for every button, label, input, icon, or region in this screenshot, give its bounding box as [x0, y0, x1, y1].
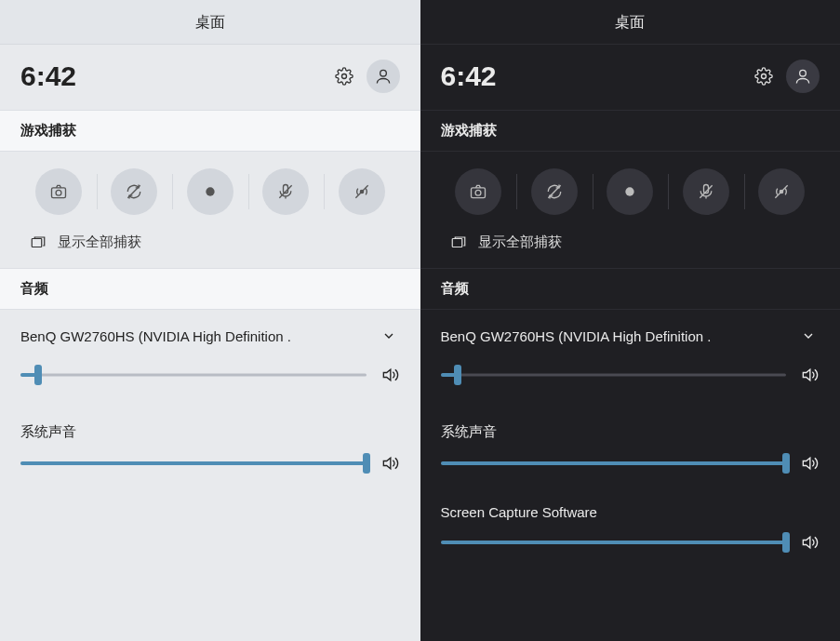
app-sound-label: Screen Capture Software: [441, 480, 820, 520]
record-icon: [204, 185, 217, 198]
gamebar-panel-dark: 桌面 6:42 游戏捕获 显示: [420, 0, 841, 641]
audio-device-dropdown[interactable]: [797, 325, 820, 347]
svg-point-3: [56, 190, 61, 195]
app-volume-slider[interactable]: [441, 533, 787, 552]
user-icon: [793, 67, 812, 86]
refresh-off-icon: [125, 182, 143, 201]
system-mute-toggle[interactable]: [799, 454, 820, 473]
svg-rect-10: [32, 238, 42, 247]
audio-device-name: BenQ GW2760HS (NVIDIA High Definition .: [20, 328, 378, 344]
gear-icon: [335, 67, 353, 86]
system-volume-row: [20, 441, 400, 480]
audio-section: BenQ GW2760HS (NVIDIA High Definition . …: [420, 310, 841, 559]
system-volume-row: [441, 441, 820, 480]
system-mute-toggle[interactable]: [380, 454, 400, 473]
audio-device-name: BenQ GW2760HS (NVIDIA High Definition .: [441, 328, 798, 344]
record-last-button[interactable]: [111, 168, 157, 215]
show-all-captures[interactable]: 显示全部捕获: [420, 224, 841, 268]
refresh-off-icon: [545, 182, 564, 201]
system-volume-slider[interactable]: [441, 454, 787, 473]
settings-button[interactable]: [327, 60, 361, 93]
audio-section: BenQ GW2760HS (NVIDIA High Definition . …: [0, 310, 420, 480]
svg-point-18: [626, 187, 634, 195]
broadcast-button[interactable]: [339, 168, 385, 215]
panel-title: 桌面: [0, 0, 420, 45]
device-mute-toggle[interactable]: [799, 366, 820, 384]
volume-icon: [380, 366, 399, 384]
capture-section-header: 游戏捕获: [0, 110, 420, 152]
gallery-icon: [30, 234, 47, 251]
system-volume-slider[interactable]: [20, 454, 367, 473]
record-icon: [623, 185, 636, 198]
volume-icon: [800, 366, 819, 384]
broadcast-icon: [772, 182, 791, 201]
svg-point-16: [475, 190, 481, 195]
capture-buttons-row: [420, 152, 841, 224]
header: 6:42: [420, 45, 841, 110]
svg-point-13: [762, 74, 767, 79]
system-sound-label: 系统声音: [20, 392, 400, 441]
panel-title: 桌面: [420, 0, 841, 45]
svg-point-5: [206, 187, 214, 195]
audio-section-header: 音频: [0, 268, 420, 310]
record-last-button[interactable]: [531, 168, 578, 215]
volume-icon: [800, 454, 819, 473]
system-sound-label: 系统声音: [441, 392, 820, 441]
svg-marker-24: [803, 369, 810, 381]
clock-time: 6:42: [441, 60, 742, 92]
device-mute-toggle[interactable]: [380, 366, 400, 384]
account-button[interactable]: [786, 60, 820, 93]
show-all-label: 显示全部捕获: [478, 234, 562, 251]
svg-point-0: [341, 74, 346, 79]
gallery-icon: [450, 234, 467, 251]
capture-section-header: 游戏捕获: [420, 110, 841, 152]
record-button[interactable]: [187, 168, 233, 215]
app-volume-row: [441, 520, 820, 559]
mic-off-icon: [276, 182, 295, 201]
show-all-captures[interactable]: 显示全部捕获: [0, 224, 420, 268]
svg-marker-25: [803, 458, 810, 469]
svg-rect-2: [51, 188, 65, 198]
mic-toggle-button[interactable]: [683, 168, 729, 215]
svg-point-14: [800, 70, 807, 76]
app-mute-toggle[interactable]: [799, 533, 820, 552]
mic-off-icon: [697, 182, 715, 201]
camera-icon: [49, 182, 68, 201]
screenshot-button[interactable]: [35, 168, 82, 215]
volume-icon: [800, 533, 819, 552]
header: 6:42: [0, 45, 420, 110]
svg-marker-12: [383, 458, 391, 469]
audio-section-header: 音频: [420, 268, 841, 310]
svg-marker-11: [383, 369, 391, 381]
settings-button[interactable]: [747, 60, 780, 93]
camera-icon: [469, 182, 487, 201]
broadcast-icon: [353, 182, 371, 201]
svg-rect-23: [452, 238, 462, 247]
show-all-label: 显示全部捕获: [58, 234, 141, 251]
broadcast-button[interactable]: [758, 168, 805, 215]
audio-device-row: BenQ GW2760HS (NVIDIA High Definition .: [20, 310, 400, 353]
audio-device-dropdown[interactable]: [378, 325, 400, 347]
device-volume-slider[interactable]: [20, 366, 367, 384]
audio-device-row: BenQ GW2760HS (NVIDIA High Definition .: [441, 310, 820, 353]
volume-icon: [380, 454, 399, 473]
device-volume-row: [441, 353, 820, 392]
user-icon: [374, 67, 393, 86]
screenshot-button[interactable]: [455, 168, 501, 215]
svg-rect-15: [472, 188, 486, 198]
clock-time: 6:42: [20, 60, 322, 92]
chevron-down-icon: [801, 328, 816, 343]
account-button[interactable]: [367, 60, 400, 93]
chevron-down-icon: [381, 328, 396, 343]
record-button[interactable]: [607, 168, 653, 215]
svg-point-1: [380, 70, 386, 76]
device-volume-row: [20, 353, 400, 392]
capture-buttons-row: [0, 152, 420, 224]
gamebar-panel-light: 桌面 6:42 游戏捕获 显示: [0, 0, 420, 641]
device-volume-slider[interactable]: [441, 366, 787, 384]
gear-icon: [754, 67, 773, 86]
svg-marker-26: [803, 537, 810, 548]
mic-toggle-button[interactable]: [262, 168, 309, 215]
